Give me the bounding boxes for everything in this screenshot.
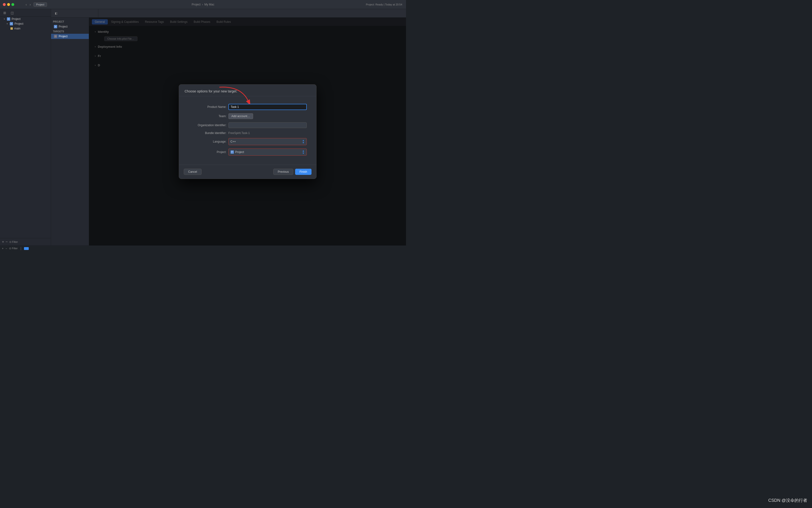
project-select-value: Project (235, 151, 244, 154)
sidebar-item-project-root[interactable]: ▾ P Project (0, 17, 51, 22)
red-arrow-annotation (212, 85, 255, 104)
close-button[interactable] (3, 3, 6, 6)
project-row: Project: P Project ▲ ▼ (189, 149, 307, 156)
main-layout: ⊞ ◫ ▾ P Project ▾ P Project main + − ⊙ F… (0, 9, 406, 246)
project-section-header: PROJECT (51, 19, 89, 24)
sidebar-project-sub-label: Project (14, 22, 23, 26)
file-sidebar: ⊞ ◫ ▾ P Project ▾ P Project main + − ⊙ F… (0, 9, 51, 246)
project-folder-icon: P (10, 22, 13, 26)
bundle-identifier-value: FreeSpirit.Task-1 (228, 131, 307, 135)
sidebar-toggle-icon[interactable]: ⊞ (1, 9, 8, 16)
nav-arrows: ‹ › (25, 3, 32, 6)
panel-target-item[interactable]: ⬡ Project (51, 34, 89, 39)
bundle-identifier-row: Bundle Identifier: FreeSpirit.Task-1 (189, 131, 307, 135)
filter-icon: ⊙ Filter (9, 241, 18, 244)
previous-button[interactable]: Previous (273, 169, 293, 175)
panel-target-label: Project (59, 35, 67, 38)
bottom-bar: + − ⊙ Filter (0, 246, 406, 251)
select-arrows-icon: ▲ ▼ (302, 139, 304, 144)
nav-forward-icon[interactable]: › (29, 3, 32, 6)
add-account-button[interactable]: Add account… (228, 113, 253, 119)
panel-toggle-icon[interactable]: ◧ (55, 12, 57, 15)
chevron-icon: ▾ (4, 18, 5, 20)
cancel-button[interactable]: Cancel (184, 169, 202, 175)
modal-body: Product Name: Team: Add account… Organiz… (179, 96, 316, 165)
add-icon[interactable]: + (2, 247, 4, 250)
location: My Mac (204, 3, 214, 6)
panel-project-item[interactable]: P Project (51, 24, 89, 29)
title-bar: ‹ › Project Project › My Mac Project: Re… (0, 0, 406, 9)
content-panel: PROJECT P Project TARGETS ⬡ Project Gene… (51, 17, 406, 246)
sidebar-item-project[interactable]: ▾ P Project (0, 22, 51, 26)
editor-panel: General Signing & Capabilities Resource … (89, 17, 406, 246)
app-name: Project (192, 3, 200, 6)
language-label: Language: (189, 140, 227, 143)
content-area: ◧ PROJECT P Project TARGETS ⬡ Project (51, 9, 406, 246)
targets-section-header: TARGETS (51, 29, 89, 34)
sidebar-bottom: + − ⊙ Filter (0, 238, 51, 246)
project-select[interactable]: P Project ▲ ▼ (228, 149, 307, 156)
traffic-lights (3, 3, 14, 6)
project-field-label: Project: (189, 151, 227, 154)
remove-icon[interactable]: − (5, 247, 7, 250)
status-indicator (24, 247, 29, 250)
maximize-button[interactable] (11, 3, 14, 6)
select-arrows-project-icon: ▲ ▼ (302, 150, 304, 155)
minimize-button[interactable] (7, 3, 10, 6)
project-icon: P (7, 17, 10, 21)
filter-label: ⊙ Filter (9, 247, 18, 250)
language-row: Language: C++ ▲ ▼ (189, 138, 307, 145)
product-name-input[interactable] (228, 104, 307, 110)
tab-bar: ◧ (51, 9, 406, 17)
language-select[interactable]: C++ ▲ ▼ (228, 138, 307, 145)
title-bar-center: Project › My Mac (192, 3, 214, 6)
team-label: Team: (189, 115, 227, 118)
team-row: Team: Add account… (189, 113, 307, 119)
status-text: Project: Ready | Today at 20:54 (366, 3, 402, 6)
org-identifier-row: Organization Identifier: (189, 122, 307, 128)
breadcrumb-button[interactable]: Project (34, 2, 47, 7)
file-icon (10, 27, 13, 30)
panel-project-icon: P (54, 25, 57, 28)
sidebar-item-main[interactable]: main (0, 26, 51, 31)
remove-file-button[interactable]: − (5, 240, 8, 244)
org-identifier-label: Organization Identifier: (189, 124, 227, 127)
nav-back-icon[interactable]: ‹ (25, 3, 28, 6)
inspector-icon[interactable]: ◫ (9, 9, 15, 16)
modal-footer: Cancel Previous Finish (179, 165, 316, 179)
product-name-row: Product Name: (189, 104, 307, 110)
separator: › (202, 3, 203, 6)
panel-project-label: Project (59, 25, 67, 28)
language-value: C++ (231, 140, 236, 143)
org-identifier-input[interactable] (228, 122, 307, 128)
footer-right-buttons: Previous Finish (273, 169, 312, 175)
add-file-button[interactable]: + (2, 240, 4, 244)
bundle-identifier-label: Bundle Identifier: (189, 131, 227, 135)
sidebar-project-label: Project (12, 17, 20, 21)
divider (21, 247, 21, 250)
modal-overlay: Choose options for your new target: (89, 17, 406, 246)
finish-button[interactable]: Finish (295, 169, 311, 175)
chevron-icon: ▾ (7, 23, 8, 25)
panel-target-icon: ⬡ (54, 35, 57, 38)
project-select-inner: P Project (231, 151, 244, 154)
left-panel: PROJECT P Project TARGETS ⬡ Project (51, 17, 89, 246)
sidebar-main-label: main (14, 27, 20, 30)
new-target-modal: Choose options for your new target: (179, 84, 317, 179)
project-select-icon: P (231, 151, 234, 154)
product-name-label: Product Name: (189, 105, 227, 109)
